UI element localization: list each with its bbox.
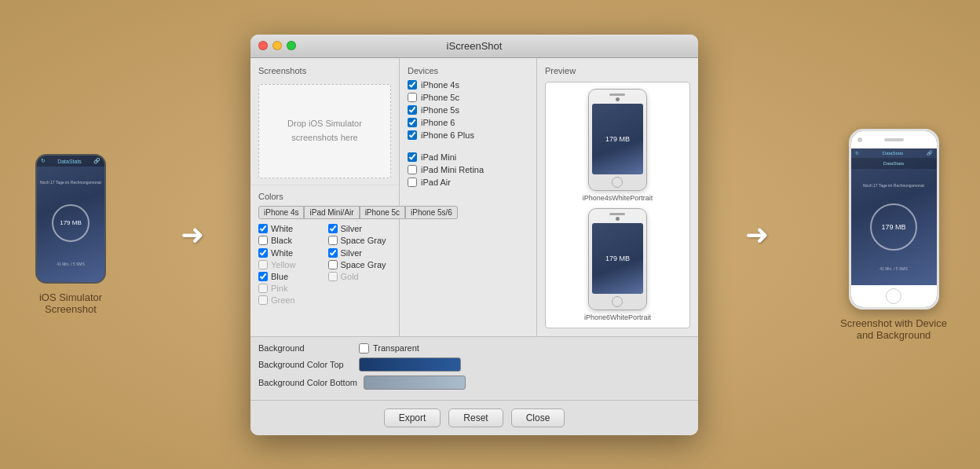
maximize-window-btn[interactable] xyxy=(287,41,296,50)
device-iphone5c[interactable]: iPhone 5c xyxy=(408,93,528,102)
checkbox-white-4s[interactable] xyxy=(258,224,268,233)
phone2-cam xyxy=(616,217,620,221)
left-phone-mockup: ↻ DataStats 🔗 Noch 17 Tage im Rechnungsm… xyxy=(35,154,106,284)
preview-label-1: iPhone4sWhitePortrait xyxy=(583,194,653,202)
phone2-screen: 179 MB xyxy=(592,223,643,294)
pml-screen: ↻ DataStats 🔗 DataStats Noch 17 Tage im … xyxy=(851,148,937,285)
checkbox-spacegray-ipad[interactable] xyxy=(328,236,338,245)
checkbox-silver-5s6[interactable] xyxy=(328,248,338,258)
color-spacegray-ipad[interactable]: Space Gray xyxy=(328,236,392,245)
export-button[interactable]: Export xyxy=(384,409,441,427)
reset-button[interactable]: Reset xyxy=(448,409,503,427)
bg-bottom-label: Background Color Bottom xyxy=(258,378,357,387)
pml-status: ↻ DataStats 🔗 xyxy=(851,148,937,158)
device-iphone6plus[interactable]: iPhone 6 Plus xyxy=(408,130,528,140)
pml-speaker xyxy=(884,138,904,141)
phone2-home xyxy=(612,296,623,307)
checkbox-black-4s[interactable] xyxy=(258,236,268,245)
pml-circle: 179 MB xyxy=(870,203,917,251)
close-window-btn[interactable] xyxy=(258,41,268,50)
phone-content: Noch 17 Tage im Rechnungsmonat 179 MB 41… xyxy=(37,167,104,282)
right-arrow: ➜ xyxy=(745,218,769,251)
colors-title: Colors xyxy=(258,192,391,201)
pml-top xyxy=(851,131,937,148)
tab-iphone4s[interactable]: iPhone 4s xyxy=(258,206,304,219)
preview-panel: Preview 179 MB i xyxy=(537,58,698,336)
checkbox-yellow-5c[interactable] xyxy=(258,260,268,269)
color-silver-5s6[interactable]: Silver xyxy=(328,248,392,258)
checkbox-iphone4s[interactable] xyxy=(408,80,417,90)
devices-title: Devices xyxy=(408,66,528,75)
left-section: ↻ DataStats 🔗 Noch 17 Tage im Rechnungsm… xyxy=(8,154,133,315)
preview-item-1: 179 MB iPhone4sWhitePortrait xyxy=(583,89,653,202)
tab-ipad[interactable]: iPad Mini/Air xyxy=(304,206,359,219)
color-black-4s[interactable]: Black xyxy=(258,236,322,245)
checkbox-iphone6[interactable] xyxy=(408,118,417,127)
close-button[interactable]: Close xyxy=(511,409,565,427)
device-ipadair[interactable]: iPad Air xyxy=(408,178,528,187)
checkbox-blue-5c[interactable] xyxy=(258,272,268,281)
device-ipadminiretina[interactable]: iPad Mini Retina xyxy=(408,165,528,174)
checkbox-white-5c[interactable] xyxy=(258,248,268,258)
bg-bottom-color-bar[interactable] xyxy=(364,376,466,390)
color-yellow-5c[interactable]: Yellow xyxy=(258,260,322,269)
window-controls xyxy=(258,41,296,50)
pml-content: Noch 17 Tage im Rechnungsmonat 179 MB 41… xyxy=(851,169,937,285)
color-gold-5s6[interactable]: Gold xyxy=(328,272,392,281)
phone-screen: 179 MB xyxy=(592,104,643,174)
col-ipad: Silver Space Gray xyxy=(328,224,392,245)
checkbox-iphone6plus[interactable] xyxy=(408,130,417,140)
phone-link-icon: 🔗 xyxy=(93,158,101,164)
phone-speaker xyxy=(609,93,625,96)
color-white-5c[interactable]: White xyxy=(258,248,322,258)
dropzone-text: Drop iOS Simulatorscreenshots here xyxy=(287,117,362,145)
color-white-4s[interactable]: White xyxy=(258,224,322,233)
checkbox-spacegray-5s6[interactable] xyxy=(328,260,338,269)
pml-footer xyxy=(851,285,937,307)
checkbox-ipadminiretina[interactable] xyxy=(408,165,417,174)
transparent-option[interactable]: Transparent xyxy=(359,343,419,354)
phone-stats: 41 Min. / 5 SMS xyxy=(57,262,85,269)
color-silver-ipad[interactable]: Silver xyxy=(328,224,392,233)
bg-transparent-row: Background Transparent xyxy=(258,343,690,354)
pml-title: DataStats xyxy=(883,161,904,166)
devices-panel: Devices iPhone 4s iPhone 5c iPhone 5s xyxy=(400,58,537,336)
device-iphone4s[interactable]: iPhone 4s xyxy=(408,80,528,90)
checkbox-ipadmini[interactable] xyxy=(408,152,417,162)
checkbox-silver-ipad[interactable] xyxy=(328,224,338,233)
preview-label-2: iPhone6WhitePortrait xyxy=(584,313,651,321)
checkbox-green-5c[interactable] xyxy=(258,295,268,305)
phone-refresh-icon: ↻ xyxy=(41,158,46,164)
bg-top-color-bar[interactable] xyxy=(359,357,461,372)
phone-mb: 179 MB xyxy=(60,219,82,226)
drop-zone[interactable]: Drop iOS Simulatorscreenshots here xyxy=(258,84,391,178)
minimize-window-btn[interactable] xyxy=(272,41,282,50)
colors-area: Colors iPhone 4s iPad Mini/Air iPhone 5c… xyxy=(250,185,399,311)
checkbox-iphone5c[interactable] xyxy=(408,93,417,102)
phone2-speaker xyxy=(609,213,625,215)
right-label: Screenshot with Device and Background xyxy=(840,317,947,341)
color-spacegray-5s6[interactable]: Space Gray xyxy=(328,260,392,269)
color-pink-5c[interactable]: Pink xyxy=(258,284,322,293)
tab-iphone5c[interactable]: iPhone 5c xyxy=(360,206,405,219)
screenshots-area: Screenshots Drop iOS Simulatorscreenshot… xyxy=(250,58,400,336)
checkbox-pink-5c[interactable] xyxy=(258,284,268,293)
device-list: iPhone 4s iPhone 5c iPhone 5s iPhone 6 xyxy=(408,80,528,187)
checkbox-transparent[interactable] xyxy=(359,343,369,354)
background-section: Background Transparent Background Color … xyxy=(250,336,698,400)
transparent-label: Transparent xyxy=(373,343,419,353)
pml-stats: 41 Min. / 5 SMS xyxy=(879,266,908,271)
color-blue-5c[interactable]: Blue xyxy=(258,272,322,281)
device-ipadmini[interactable]: iPad Mini xyxy=(408,152,528,162)
phone-status-bar: ↻ DataStats 🔗 xyxy=(37,156,104,167)
checkbox-ipadair[interactable] xyxy=(408,178,417,187)
preview-title: Preview xyxy=(545,66,690,75)
checkbox-iphone5s[interactable] xyxy=(408,105,417,115)
device-iphone5s[interactable]: iPhone 5s xyxy=(408,105,528,115)
bg-top-label: Background Color Top xyxy=(258,360,353,369)
checkbox-gold-5s6[interactable] xyxy=(328,272,338,281)
device-iphone6[interactable]: iPhone 6 xyxy=(408,118,528,127)
phone-cam xyxy=(616,97,620,101)
col-iphone5c: White Yellow Blue Pink xyxy=(258,248,322,305)
color-green-5c[interactable]: Green xyxy=(258,295,322,305)
